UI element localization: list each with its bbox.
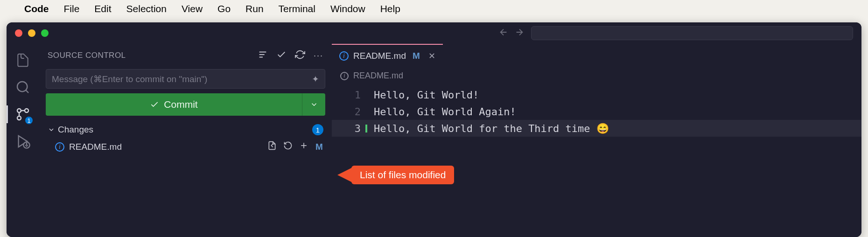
editor-area: i README.md M ✕ i README.md 1 Hello, Git… bbox=[332, 44, 861, 237]
menubar-file[interactable]: File bbox=[64, 3, 80, 14]
search-icon[interactable] bbox=[14, 78, 32, 96]
source-control-icon[interactable]: 1 bbox=[14, 105, 32, 123]
nav-forward-icon[interactable] bbox=[514, 27, 525, 39]
menubar-run[interactable]: Run bbox=[245, 3, 264, 14]
nav-back-icon[interactable] bbox=[498, 27, 509, 39]
menubar-view[interactable]: View bbox=[182, 3, 203, 14]
discard-changes-icon[interactable] bbox=[283, 141, 293, 153]
callout-arrow-icon bbox=[337, 167, 352, 182]
commit-button[interactable]: Commit bbox=[46, 93, 302, 116]
close-tab-icon[interactable]: ✕ bbox=[428, 51, 435, 61]
chevron-down-icon bbox=[48, 126, 55, 133]
info-file-icon: i bbox=[339, 51, 349, 61]
commit-button-label: Commit bbox=[164, 99, 197, 110]
menubar-edit[interactable]: Edit bbox=[94, 3, 111, 14]
macos-menubar: Code File Edit Selection View Go Run Ter… bbox=[0, 0, 868, 18]
file-status-badge: M bbox=[315, 142, 323, 152]
tab-filename: README.md bbox=[353, 51, 406, 61]
menubar-app-name[interactable]: Code bbox=[24, 3, 49, 14]
changes-label: Changes bbox=[58, 125, 93, 135]
source-control-sidebar: SOURCE CONTROL ··· Message (⌘Enter to co… bbox=[39, 44, 332, 237]
sidebar-title: SOURCE CONTROL bbox=[48, 51, 126, 60]
info-file-icon: i bbox=[55, 142, 64, 152]
menubar-help[interactable]: Help bbox=[380, 3, 400, 14]
line-number: 2 bbox=[332, 106, 374, 118]
editor-tab[interactable]: i README.md M ✕ bbox=[332, 44, 443, 67]
menubar-go[interactable]: Go bbox=[217, 3, 231, 14]
code-content: Hello, Git World! bbox=[374, 89, 479, 101]
code-line[interactable]: 2 Hello, Git World Again! bbox=[332, 103, 861, 120]
titlebar bbox=[7, 22, 861, 44]
open-file-icon[interactable] bbox=[267, 141, 277, 153]
svg-point-2 bbox=[25, 109, 28, 112]
menubar-window[interactable]: Window bbox=[330, 3, 365, 14]
added-line-marker bbox=[365, 125, 367, 132]
breadcrumb[interactable]: i README.md bbox=[332, 67, 861, 84]
minimize-window-button[interactable] bbox=[28, 29, 35, 37]
view-as-tree-icon[interactable] bbox=[258, 49, 268, 62]
annotation-callout: List of files modified bbox=[337, 166, 454, 184]
changed-file-name: README.md bbox=[69, 142, 122, 152]
close-window-button[interactable] bbox=[15, 29, 22, 37]
commit-dropdown-button[interactable] bbox=[302, 93, 325, 116]
commit-check-icon[interactable] bbox=[276, 49, 287, 62]
code-line[interactable]: 3 Hello, Git World for the Third time 😄 bbox=[332, 120, 861, 137]
changes-header[interactable]: Changes 1 bbox=[46, 121, 325, 138]
code-editor[interactable]: 1 Hello, Git World! 2 Hello, Git World A… bbox=[332, 84, 861, 237]
vscode-window: 1 SOURCE CONTROL ··· Message (⌘Enter to … bbox=[7, 22, 861, 237]
commit-placeholder: Message (⌘Enter to commit on "main") bbox=[52, 74, 207, 84]
svg-point-3 bbox=[17, 116, 21, 120]
svg-point-0 bbox=[17, 82, 27, 91]
code-line[interactable]: 1 Hello, Git World! bbox=[332, 86, 861, 103]
explorer-icon[interactable] bbox=[14, 51, 32, 69]
menubar-selection[interactable]: Selection bbox=[126, 3, 167, 14]
editor-tabs: i README.md M ✕ bbox=[332, 44, 861, 67]
line-number: 1 bbox=[332, 89, 374, 101]
menubar-terminal[interactable]: Terminal bbox=[279, 3, 315, 14]
traffic-lights bbox=[15, 29, 49, 37]
run-debug-icon[interactable] bbox=[14, 132, 32, 150]
changes-count-badge: 1 bbox=[312, 124, 323, 135]
command-center-input[interactable] bbox=[531, 26, 853, 40]
info-file-icon: i bbox=[340, 72, 349, 80]
maximize-window-button[interactable] bbox=[41, 29, 49, 37]
callout-text: List of files modified bbox=[351, 166, 454, 184]
tab-modified-badge: M bbox=[413, 51, 420, 61]
activity-bar: 1 bbox=[7, 44, 39, 237]
breadcrumb-filename: README.md bbox=[353, 71, 403, 81]
sidebar-header: SOURCE CONTROL ··· bbox=[39, 44, 332, 67]
line-number: 3 bbox=[332, 123, 374, 134]
source-control-badge: 1 bbox=[24, 116, 34, 125]
stage-changes-icon[interactable] bbox=[299, 141, 308, 153]
code-content: Hello, Git World for the Third time 😄 bbox=[374, 123, 609, 134]
code-content: Hello, Git World Again! bbox=[374, 106, 516, 118]
svg-line-1 bbox=[26, 90, 28, 93]
sparkle-icon[interactable]: ✦ bbox=[312, 74, 319, 84]
more-actions-icon[interactable]: ··· bbox=[314, 51, 323, 61]
refresh-icon[interactable] bbox=[295, 49, 305, 62]
commit-message-input[interactable]: Message (⌘Enter to commit on "main") ✦ bbox=[46, 69, 325, 89]
changed-file-row[interactable]: i README.md M bbox=[46, 138, 325, 155]
